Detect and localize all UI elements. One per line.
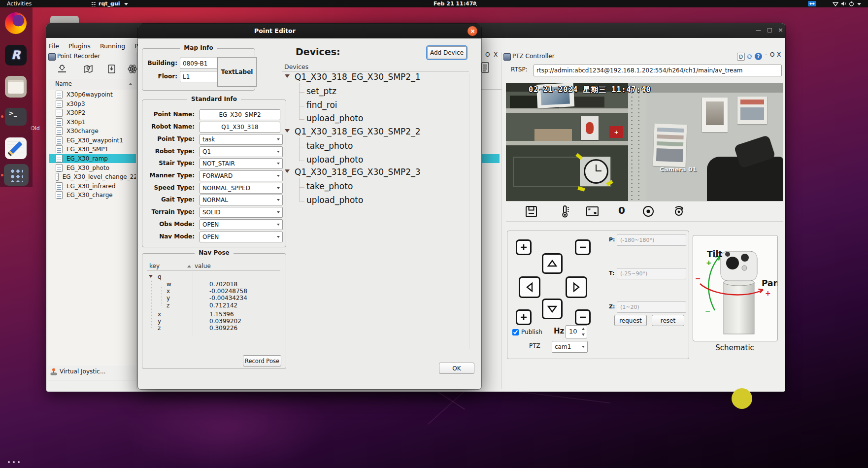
robot-name-input[interactable]: Q1_X30_318	[200, 122, 280, 133]
dock-float-button[interactable]: O	[770, 51, 774, 58]
teamviewer-tray-icon[interactable]	[808, 1, 816, 6]
nav-pose-value[interactable]: -0.00434234	[209, 295, 247, 301]
list-item[interactable]: EG_X30_waypoint1	[49, 136, 136, 145]
devices-scroll-groove[interactable]	[469, 73, 469, 349]
dock-splitter[interactable]	[136, 52, 136, 389]
hz-spinbox[interactable]: 10	[566, 325, 587, 338]
nav-pose-key[interactable]: x	[167, 288, 170, 295]
focused-app-menu[interactable]: rqt_gui	[99, 0, 120, 7]
volume-icon[interactable]	[841, 1, 847, 6]
tree-expander-icon[interactable]	[149, 275, 153, 278]
device-action-item[interactable]: set_ptz	[306, 86, 336, 96]
record-pose-button[interactable]: Record Pose	[243, 355, 281, 367]
speed-type-select[interactable]: NORMAL_SPPED	[200, 183, 283, 194]
point-list[interactable]: X30p6waypoint x30p3 X30P2 X30p1 X30charg…	[48, 90, 136, 366]
nav-pose-key[interactable]: x	[158, 311, 161, 318]
save-snapshot-icon[interactable]	[525, 205, 538, 218]
list-item[interactable]: EG_X30_infrared	[49, 182, 136, 191]
devices-tree-header[interactable]: Devices	[284, 63, 308, 70]
dock-splitter[interactable]	[501, 52, 502, 389]
zoom-input[interactable]: (1~20)	[617, 301, 686, 313]
device-action-item[interactable]: take_photo	[306, 141, 353, 151]
list-item[interactable]: X30P2	[49, 108, 136, 117]
thermometer-icon[interactable]	[558, 204, 571, 218]
files-dock-icon[interactable]	[5, 76, 27, 98]
list-item[interactable]: EG_X30_photo	[49, 164, 136, 172]
device-action-item[interactable]: upload_photo	[306, 195, 363, 205]
help-icon[interactable]: ?	[755, 53, 762, 60]
virtual-joystick-tab[interactable]: Virtual Joystic...	[60, 368, 105, 375]
robot-type-select[interactable]: Q1	[200, 146, 283, 157]
power-icon[interactable]	[849, 1, 854, 6]
zoom-out-button[interactable]	[575, 309, 591, 325]
key-column-header[interactable]: key	[149, 263, 160, 269]
publish-checkbox[interactable]	[512, 329, 519, 335]
save-import-icon[interactable]	[106, 64, 117, 74]
list-item[interactable]: EG_X30_level_change_22	[49, 172, 136, 181]
gait-type-select[interactable]: NORMAL	[200, 195, 283, 205]
activities-button[interactable]: Activities	[7, 0, 32, 7]
ros-r-dock-icon[interactable]: R	[5, 45, 27, 66]
dock-ellipsis[interactable]	[8, 461, 20, 463]
ok-button[interactable]: OK	[439, 363, 474, 374]
fit-view-icon[interactable]	[586, 206, 599, 217]
menu-plugins[interactable]: Plugins	[68, 42, 91, 50]
point-name-input[interactable]: EG_X30_SMP2	[200, 109, 280, 120]
nav-pose-key[interactable]: y	[158, 318, 161, 325]
camera-select[interactable]: cam1	[552, 341, 588, 353]
chevron-down-icon[interactable]	[857, 3, 861, 5]
close-button[interactable]: ×	[778, 26, 783, 33]
dialog-close-button[interactable]	[467, 26, 477, 36]
request-button[interactable]: request	[614, 315, 647, 326]
clock[interactable]: Feb 21 11:47	[434, 0, 473, 7]
nav-pose-value[interactable]: 1.15396	[209, 311, 234, 318]
point-recorder-title[interactable]: Point Recorder	[57, 53, 100, 60]
list-item[interactable]: X30p1	[49, 118, 136, 127]
zoom-in-button[interactable]	[516, 239, 532, 255]
dock-float-button[interactable]: O	[485, 51, 490, 58]
list-item-selected[interactable]: EG_X30_ramp	[49, 154, 136, 163]
terminal-dock-icon[interactable]: >_	[5, 108, 27, 126]
rtsp-input[interactable]: rtsp://admin:abcd1234@192.168.1.202:554/…	[534, 65, 782, 76]
list-item[interactable]: EG_X30_SMP1	[49, 145, 136, 154]
terrain-type-select[interactable]: SOLID	[200, 207, 283, 218]
nav-pose-key[interactable]: q	[158, 273, 162, 280]
tilt-input[interactable]: (-25~90°)	[617, 268, 686, 279]
text-editor-dock-icon[interactable]	[5, 137, 27, 159]
menu-file[interactable]: File	[49, 42, 59, 50]
tree-expander-icon[interactable]	[285, 169, 290, 173]
zoom-in-secondary-button[interactable]	[516, 309, 532, 325]
minimize-button[interactable]: —	[756, 27, 761, 33]
nav-pose-key[interactable]: y	[167, 295, 170, 301]
device-item-parent[interactable]: Q1_X30_318_EG_X30_SMP2_2	[295, 127, 420, 136]
list-item[interactable]: EG_X30_charge	[49, 191, 136, 200]
device-item-parent[interactable]: Q1_X30_318_EG_X30_SMP2_1	[295, 72, 420, 82]
app-grid-dock-icon[interactable]	[4, 164, 29, 186]
map-pin-icon[interactable]	[83, 64, 94, 74]
camera-rotate-icon[interactable]	[672, 205, 686, 218]
obs-mode-select[interactable]: OPEN	[200, 219, 283, 230]
tree-expander-icon[interactable]	[285, 129, 290, 133]
add-device-button[interactable]: Add Device	[427, 46, 467, 59]
nav-pose-header[interactable]: key value	[147, 262, 280, 271]
pan-right-button[interactable]	[566, 276, 587, 298]
pan-input[interactable]: (-180~180°)	[617, 234, 686, 246]
column-header-name[interactable]: Name	[55, 80, 72, 87]
network-icon[interactable]	[833, 1, 838, 6]
dock-close-button[interactable]: X	[777, 51, 781, 58]
spin-up-icon[interactable]	[582, 328, 585, 330]
device-action-item[interactable]: take_photo	[306, 181, 353, 191]
maximize-button[interactable]: □	[767, 27, 772, 33]
manner-type-select[interactable]: FORWARD	[200, 170, 283, 181]
nav-mode-select[interactable]: OPEN	[200, 232, 283, 242]
nav-pose-value[interactable]: 0.309226	[209, 325, 237, 332]
spin-down-icon[interactable]	[582, 334, 585, 336]
refresh-icon[interactable]	[746, 53, 753, 60]
list-item[interactable]: X30charge	[49, 127, 136, 135]
tree-expander-icon[interactable]	[285, 74, 290, 78]
dock-close-button[interactable]: X	[494, 51, 498, 58]
record-icon[interactable]	[642, 205, 655, 218]
reset-button[interactable]: reset	[652, 315, 684, 326]
firefox-dock-icon[interactable]	[5, 12, 27, 34]
device-action-item[interactable]: find_roi	[306, 100, 337, 110]
